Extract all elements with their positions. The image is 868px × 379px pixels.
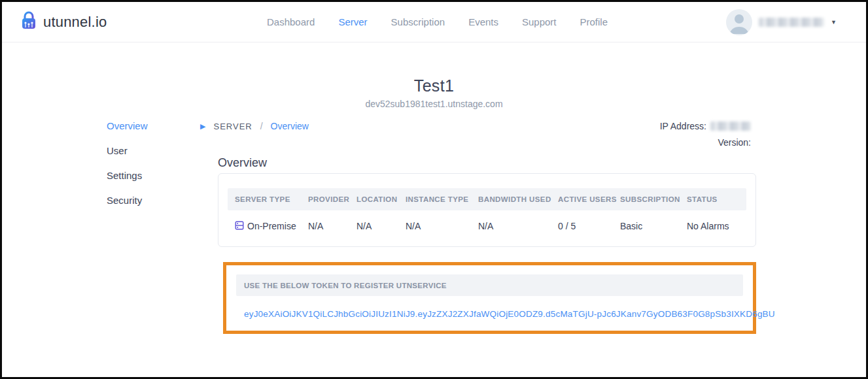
version-label: Version: xyxy=(718,137,751,148)
nav-item-support[interactable]: Support xyxy=(522,16,557,27)
registration-token[interactable]: eyJ0eXAiOiJKV1QiLCJhbGciOiJIUzI1NiJ9.eyJ… xyxy=(236,309,743,319)
avatar xyxy=(726,9,752,35)
ip-address-redacted xyxy=(710,122,751,131)
nav-item-events[interactable]: Events xyxy=(468,16,498,27)
server-type-value: On-Premise xyxy=(247,221,296,231)
cell-server-type[interactable]: On-Premise xyxy=(235,221,308,232)
cell-provider: N/A xyxy=(308,221,356,231)
cell-bandwidth-used: N/A xyxy=(478,221,558,231)
user-name-redacted xyxy=(759,18,824,27)
brand-logo[interactable]: utunnel.io xyxy=(19,10,107,34)
cell-subscription: Basic xyxy=(620,221,687,231)
col-subscription: SUBSCRIPTION xyxy=(620,195,687,203)
server-rack-icon xyxy=(235,221,244,232)
sidebar-item-settings[interactable]: Settings xyxy=(107,170,148,181)
brand-name: utunnel.io xyxy=(43,14,107,31)
sidebar: Overview User Settings Security xyxy=(107,120,148,206)
table-row: On-Premise N/A N/A N/A N/A 0 / 5 Basic N… xyxy=(228,210,746,242)
user-menu[interactable]: ▼ xyxy=(726,9,837,35)
col-status: STATUS xyxy=(687,195,746,203)
cell-instance-type: N/A xyxy=(406,221,478,231)
cell-active-users: 0 / 5 xyxy=(558,221,620,231)
page-title: Test1 xyxy=(2,76,866,95)
server-overview-card: SERVER TYPE PROVIDER LOCATION INSTANCE T… xyxy=(218,173,756,247)
table-header-row: SERVER TYPE PROVIDER LOCATION INSTANCE T… xyxy=(228,188,746,210)
padlock-logo-icon xyxy=(19,10,39,34)
breadcrumb-section: SERVER xyxy=(213,122,252,131)
col-server-type: SERVER TYPE xyxy=(235,195,308,203)
ip-address-label: IP Address: xyxy=(660,121,706,131)
breadcrumb-separator: / xyxy=(260,121,263,131)
nav-menu: Dashboard Server Subscription Events Sup… xyxy=(267,16,608,27)
token-instruction: USE THE BELOW TOKEN TO REGISTER UTNSERVI… xyxy=(244,282,447,289)
nav-item-dashboard[interactable]: Dashboard xyxy=(267,16,315,27)
col-instance-type: INSTANCE TYPE xyxy=(406,195,478,203)
cell-status: No Alarms xyxy=(687,221,746,231)
navbar: utunnel.io Dashboard Server Subscription… xyxy=(2,2,866,42)
col-provider: PROVIDER xyxy=(308,195,356,203)
col-active-users: ACTIVE USERS xyxy=(558,195,620,203)
nav-item-profile[interactable]: Profile xyxy=(580,16,608,27)
col-location: LOCATION xyxy=(356,195,406,203)
col-bandwidth-used: BANDWIDTH USED xyxy=(478,195,558,203)
cell-location: N/A xyxy=(356,221,406,231)
sidebar-item-overview[interactable]: Overview xyxy=(107,120,148,131)
server-domain: dev52sub1981test1.utnstage.com xyxy=(2,99,866,109)
nav-item-subscription[interactable]: Subscription xyxy=(391,16,445,27)
nav-item-server[interactable]: Server xyxy=(338,16,367,27)
breadcrumb: ▶ SERVER / Overview xyxy=(200,121,309,131)
chevron-down-icon: ▼ xyxy=(831,19,837,25)
overview-heading: Overview xyxy=(218,156,267,170)
sidebar-item-user[interactable]: User xyxy=(107,145,148,156)
token-card-header: USE THE BELOW TOKEN TO REGISTER UTNSERVI… xyxy=(236,274,743,296)
breadcrumb-arrow-icon: ▶ xyxy=(200,122,205,131)
breadcrumb-current[interactable]: Overview xyxy=(271,121,309,131)
sidebar-item-security[interactable]: Security xyxy=(107,195,148,206)
server-meta: IP Address: Version: xyxy=(660,121,751,154)
app-window: utunnel.io Dashboard Server Subscription… xyxy=(0,0,868,379)
register-token-card: USE THE BELOW TOKEN TO REGISTER UTNSERVI… xyxy=(223,262,756,334)
